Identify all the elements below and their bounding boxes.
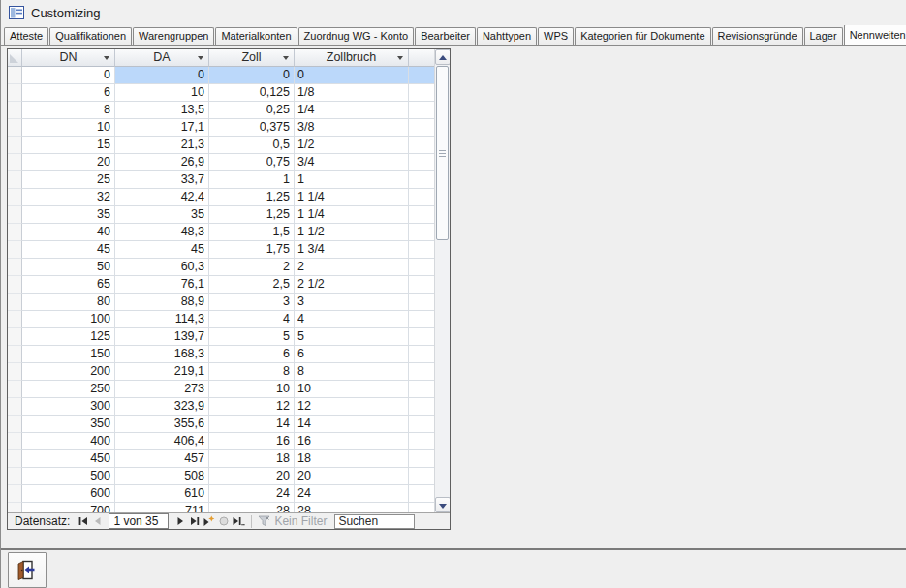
cell-zollbruch[interactable]: 28: [295, 503, 409, 512]
column-dropdown-icon[interactable]: [198, 56, 203, 60]
cell-da[interactable]: 168,3: [115, 346, 209, 363]
cell-zoll[interactable]: 0,125: [209, 84, 295, 102]
cell-dn[interactable]: 40: [22, 224, 115, 241]
tab-materialkonten[interactable]: Materialkonten: [215, 27, 297, 45]
cell-dn[interactable]: 150: [22, 346, 115, 363]
cell-dn[interactable]: 80: [22, 294, 115, 311]
tab-atteste[interactable]: Atteste: [4, 27, 48, 45]
tab-zuordnug-wg-konto[interactable]: Zuordnug WG - Konto: [298, 27, 415, 45]
cell-dn[interactable]: 6: [22, 84, 115, 102]
cell-dn[interactable]: 65: [22, 276, 115, 294]
cell-zoll[interactable]: 1,25: [209, 206, 295, 224]
tab-warengruppen[interactable]: Warengruppen: [133, 27, 214, 45]
tab-qualifikationen[interactable]: Qualifikationen: [49, 27, 132, 45]
cell-zoll[interactable]: 0,75: [209, 154, 295, 171]
cell-dn[interactable]: 600: [22, 485, 115, 503]
cell-dn[interactable]: 45: [22, 241, 115, 259]
record-selector[interactable]: [8, 224, 22, 241]
cell-zollbruch[interactable]: 2 1/2: [295, 276, 409, 294]
cell-zollbruch[interactable]: 3/4: [295, 154, 409, 171]
cell-da[interactable]: 48,3: [115, 224, 209, 241]
record-selector[interactable]: [8, 67, 22, 84]
cell-zollbruch[interactable]: 1 1/4: [295, 206, 409, 224]
cell-zoll[interactable]: 6: [209, 346, 295, 363]
cell-zollbruch[interactable]: 20: [295, 468, 409, 485]
cell-zollbruch[interactable]: 1/4: [295, 102, 409, 119]
cell-zollbruch[interactable]: 24: [295, 485, 409, 503]
record-selector[interactable]: [8, 259, 22, 276]
column-header-zollbruch[interactable]: Zollbruch: [295, 49, 409, 67]
record-selector[interactable]: [8, 294, 22, 311]
cell-da[interactable]: 60,3: [115, 259, 209, 276]
record-selector[interactable]: [8, 137, 22, 154]
cell-zollbruch[interactable]: 1 1/4: [295, 189, 409, 206]
cell-zollbruch[interactable]: 10: [295, 381, 409, 398]
column-header-da[interactable]: DA: [115, 49, 209, 67]
cell-zollbruch[interactable]: 12: [295, 398, 409, 416]
column-header-dn[interactable]: DN: [22, 49, 115, 67]
record-selector[interactable]: [8, 206, 22, 224]
vertical-scrollbar[interactable]: [434, 49, 450, 512]
cell-dn[interactable]: 25: [22, 171, 115, 189]
cell-da[interactable]: 610: [115, 485, 209, 503]
exit-button[interactable]: [8, 552, 47, 588]
cell-dn[interactable]: 8: [22, 102, 115, 119]
cell-zollbruch[interactable]: 14: [295, 416, 409, 433]
record-selector[interactable]: [8, 154, 22, 171]
cell-zoll[interactable]: 2: [209, 259, 295, 276]
tab-nahttypen[interactable]: Nahttypen: [477, 27, 537, 45]
cell-zoll[interactable]: 1: [209, 171, 295, 189]
cell-zollbruch[interactable]: 2: [295, 259, 409, 276]
cell-da[interactable]: 17,1: [115, 119, 209, 137]
record-selector[interactable]: [8, 84, 22, 102]
record-selector[interactable]: [8, 311, 22, 328]
tab-nennweiten[interactable]: Nennweiten: [844, 25, 906, 46]
cell-dn[interactable]: 400: [22, 433, 115, 450]
filter-button[interactable]: Kein Filter: [258, 514, 327, 528]
cell-da[interactable]: 88,9: [115, 294, 209, 311]
cell-zoll[interactable]: 10: [209, 381, 295, 398]
cell-zoll[interactable]: 1,5: [209, 224, 295, 241]
cell-zoll[interactable]: 0,375: [209, 119, 295, 137]
cell-zoll[interactable]: 16: [209, 433, 295, 450]
cell-zollbruch[interactable]: 1: [295, 171, 409, 189]
cell-dn[interactable]: 200: [22, 363, 115, 381]
cell-da[interactable]: 26,9: [115, 154, 209, 171]
cell-da[interactable]: 457: [115, 450, 209, 468]
cell-da[interactable]: 45: [115, 241, 209, 259]
record-selector[interactable]: [8, 503, 22, 512]
cell-zollbruch[interactable]: 16: [295, 433, 409, 450]
cell-zollbruch[interactable]: 3/8: [295, 119, 409, 137]
search-input[interactable]: [334, 514, 415, 529]
refresh-button[interactable]: [216, 515, 231, 528]
scroll-down-button[interactable]: [435, 497, 450, 512]
cell-dn[interactable]: 350: [22, 416, 115, 433]
cell-da[interactable]: 13,5: [115, 102, 209, 119]
cell-da[interactable]: 711: [115, 503, 209, 512]
cell-dn[interactable]: 100: [22, 311, 115, 328]
cell-zollbruch[interactable]: 1 3/4: [295, 241, 409, 259]
tab-wps[interactable]: WPS: [538, 27, 574, 45]
record-selector[interactable]: [8, 468, 22, 485]
record-selector[interactable]: [8, 102, 22, 119]
goto-record-button[interactable]: [231, 515, 245, 528]
record-selector[interactable]: [8, 433, 22, 450]
record-selector[interactable]: [8, 485, 22, 503]
record-selector[interactable]: [8, 189, 22, 206]
cell-da[interactable]: 323,9: [115, 398, 209, 416]
column-dropdown-icon[interactable]: [104, 56, 109, 60]
tab-lager[interactable]: Lager: [804, 27, 843, 45]
cell-zoll[interactable]: 18: [209, 450, 295, 468]
cell-dn[interactable]: 125: [22, 328, 115, 346]
record-selector[interactable]: [8, 328, 22, 346]
cell-zoll[interactable]: 8: [209, 363, 295, 381]
cell-da[interactable]: 10: [115, 84, 209, 102]
cell-da[interactable]: 219,1: [115, 363, 209, 381]
cell-da[interactable]: 76,1: [115, 276, 209, 294]
cell-dn[interactable]: 300: [22, 398, 115, 416]
cell-dn[interactable]: 50: [22, 259, 115, 276]
record-selector[interactable]: [8, 346, 22, 363]
cell-da[interactable]: 42,4: [115, 189, 209, 206]
previous-record-button[interactable]: [90, 515, 105, 528]
cell-zollbruch[interactable]: 18: [295, 450, 409, 468]
